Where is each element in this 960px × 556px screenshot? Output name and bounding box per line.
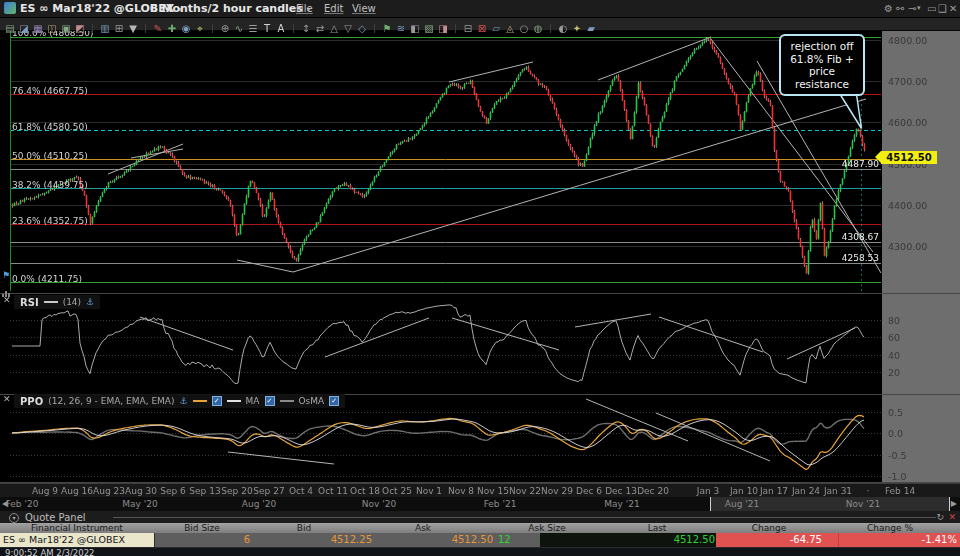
toolbar-separator xyxy=(550,24,551,33)
xaxis-date-label: Aug 9 xyxy=(32,486,58,496)
xaxis-date-label: Feb 14 xyxy=(885,486,915,496)
xaxis-date-label: Nov 8 xyxy=(448,486,474,496)
anchor-icon[interactable]: ⚓ xyxy=(86,297,94,307)
rsi-line-swatch xyxy=(44,301,58,303)
toolbar-icon[interactable]: ⌖ xyxy=(193,23,207,35)
toolbar-icon[interactable]: ▦ xyxy=(31,23,45,35)
ppo-axis-tick: -0.5 xyxy=(888,450,907,461)
toolbar-icon[interactable]: ⚑ xyxy=(380,23,394,35)
toolbar-icon[interactable]: ◫ xyxy=(45,23,59,35)
toolbar-icon[interactable]: ▥ xyxy=(98,23,112,35)
navigator-right-arrow[interactable]: ▶ xyxy=(951,499,957,508)
menu-view[interactable]: View xyxy=(352,3,376,14)
toolbar-icon[interactable]: ◨ xyxy=(436,23,450,35)
toolbar-icon[interactable]: ◉ xyxy=(179,23,193,35)
close-icon[interactable]: ✕ xyxy=(949,2,957,15)
xaxis-date-label: Jan 24 xyxy=(792,486,820,496)
toolbar-separator xyxy=(92,24,93,33)
xaxis-date-label: Oct 25 xyxy=(382,486,412,496)
toolbar-icon[interactable]: ▣ xyxy=(59,23,73,35)
toolbar-icon[interactable]: ▽ xyxy=(341,23,355,35)
quote-panel-title: Quote Panel xyxy=(25,512,86,523)
toolbar-icon[interactable]: T xyxy=(260,23,274,35)
link-icon[interactable]: ⚯ xyxy=(896,2,904,15)
xaxis-date-label: Oct 4 xyxy=(289,486,313,496)
xaxis-date-label: Dec 20 xyxy=(637,486,669,496)
price-line-label: 4487.90 xyxy=(842,159,879,169)
collapse-icon[interactable]: ▾ xyxy=(9,513,19,523)
refresh-icon[interactable]: ↻ xyxy=(936,512,944,522)
histogram-icon[interactable] xyxy=(2,282,12,301)
toolbar-icon[interactable]: ✚ xyxy=(165,23,179,35)
flag-icon[interactable]: ⚑ xyxy=(2,270,10,280)
ppo-axis-tick: 0.5 xyxy=(888,407,903,418)
fib-level-label: 23.6% (4352.75) xyxy=(12,216,88,226)
pin-caret-icon[interactable]: ▾ xyxy=(917,2,921,15)
gear-icon[interactable]: ⚙ xyxy=(884,2,893,15)
toolbar-icon[interactable]: △ xyxy=(327,23,341,35)
close-icon[interactable]: ✕ xyxy=(948,512,956,522)
toolbar-icon[interactable]: ◪ xyxy=(17,23,31,35)
xaxis-date-label: Aug 23 xyxy=(93,486,125,496)
titlebar: ES ∞ Mar18'22 @GLOBEX ▾ 6 Months/2 hour … xyxy=(0,0,960,18)
instrument-cell[interactable]: ES ∞ Mar18'22 @GLOBEX xyxy=(0,533,155,547)
toolbar-icon[interactable]: ▧ xyxy=(422,23,436,35)
toolbar-icon[interactable]: ◍ xyxy=(531,23,545,35)
navigator-date-label: Nov '20 xyxy=(362,499,396,509)
toolbar-icon[interactable]: ▱ xyxy=(489,23,503,35)
chart-annotation-note[interactable]: rejection off 61.8% Fib + price resistan… xyxy=(779,34,865,96)
ask-size-value: 12 xyxy=(498,534,511,546)
pin-icon[interactable]: ⊸ xyxy=(908,2,916,15)
minimize-icon[interactable]: ▭ xyxy=(927,2,936,15)
last-value: 4512.50 xyxy=(674,534,715,546)
timeframe-selector[interactable]: 6 Months/2 hour candles ▾ xyxy=(150,2,311,15)
toolbar-icon[interactable]: ≋ xyxy=(394,23,408,35)
toolbar-icon[interactable]: ⊟ xyxy=(461,23,475,35)
xaxis-date-label: Oct 11 xyxy=(318,486,348,496)
toolbar-icon[interactable]: ◬ xyxy=(503,23,517,35)
toolbar-icon[interactable]: ◐ xyxy=(556,23,570,35)
ppo-close-button[interactable]: ✕ xyxy=(3,394,11,404)
toolbar-separator xyxy=(145,24,146,33)
toolbar-icon[interactable]: ⊠ xyxy=(475,23,489,35)
ppo-checkbox[interactable]: ✓ xyxy=(212,396,222,406)
status-time: 9:00:52 AM 2/3/2022 xyxy=(5,548,95,556)
quote-table-row[interactable]: ES ∞ Mar18'22 @GLOBEX 6 4512.25 4512.50 … xyxy=(0,533,960,547)
rsi-header: RSI (14) ⚓ xyxy=(14,295,100,309)
xaxis-date-label: Dec 13 xyxy=(605,486,637,496)
price-line-label: 4258.53 xyxy=(842,253,879,263)
toolbar-icon[interactable]: ◩ xyxy=(73,23,87,35)
toolbar-icon[interactable]: ▰ xyxy=(584,23,598,35)
ppo-ma-checkbox[interactable]: ✓ xyxy=(265,396,275,406)
toolbar-icon[interactable]: ✦ xyxy=(570,23,584,35)
toolbar-icon[interactable]: ⊕ xyxy=(218,23,232,35)
ppo-osma-checkbox[interactable]: ✓ xyxy=(329,396,339,406)
toolbar-icon[interactable]: ▼ xyxy=(126,23,140,35)
toolbar-icon[interactable]: ◧ xyxy=(408,23,422,35)
toolbar-icon[interactable]: ▤ xyxy=(3,23,17,35)
quote-table-header: Financial InstrumentBid SizeBidAskAsk Si… xyxy=(0,523,960,533)
ppo-axis-tick: -1.0 xyxy=(888,471,907,482)
toolbar-separator xyxy=(455,24,456,33)
menu-file[interactable]: File xyxy=(296,3,313,14)
anchor-icon[interactable]: ⚓ xyxy=(180,396,188,406)
toolbar-icon[interactable]: ☰ xyxy=(246,23,260,35)
menu-edit[interactable]: Edit xyxy=(324,3,343,14)
annotation-line: rejection off xyxy=(783,40,861,53)
toolbar-icon[interactable]: ✎ xyxy=(151,23,165,35)
quote-column-header: Ask Size xyxy=(528,523,565,533)
rsi-title: RSI xyxy=(20,297,39,308)
xaxis-date-label: Sep 13 xyxy=(189,486,220,496)
toolbar-icon[interactable]: ↕ xyxy=(299,23,313,35)
xaxis-date-label: Nov 15 xyxy=(477,486,509,496)
toolbar-icon[interactable]: ⇄ xyxy=(313,23,327,35)
toolbar-icon[interactable]: ◇ xyxy=(355,23,369,35)
chart-navigator[interactable]: ◀ ▶ Feb '20May '20Aug '20Nov '20Feb '21M… xyxy=(0,497,960,511)
toolbar-icon[interactable]: A xyxy=(274,23,288,35)
toolbar-icon[interactable]: ○ xyxy=(517,23,531,35)
toolbar: ▤◪▦◫▣◩▥⊞▼✎✚◉⌖⊕∿☰TA↕⇄△▽◇⚑≋◧▧◨⊟⊠▱◬○◍◐✦▰ xyxy=(0,18,960,31)
navigator-date-label: Feb '20 xyxy=(6,499,39,509)
maximize-icon[interactable]: ❑ xyxy=(938,2,947,15)
toolbar-icon[interactable]: ⊞ xyxy=(112,23,126,35)
toolbar-icon[interactable]: ∿ xyxy=(232,23,246,35)
